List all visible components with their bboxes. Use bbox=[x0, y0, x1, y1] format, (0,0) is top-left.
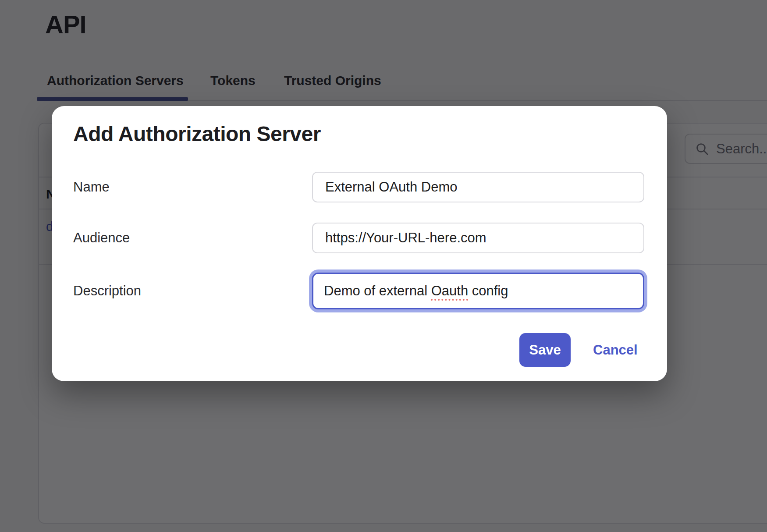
cancel-button[interactable]: Cancel bbox=[593, 333, 638, 367]
name-field-label: Name bbox=[73, 179, 110, 195]
name-input[interactable] bbox=[312, 172, 644, 202]
app-root: API Authorization Servers Tokens Trusted… bbox=[0, 0, 767, 532]
description-text-before: Demo of external bbox=[324, 283, 431, 299]
audience-input[interactable] bbox=[312, 223, 644, 253]
description-text-after: config bbox=[468, 283, 508, 299]
description-input[interactable]: Demo of external Oauth config bbox=[312, 273, 644, 309]
description-field-label: Description bbox=[73, 283, 141, 299]
audience-field-label: Audience bbox=[73, 230, 130, 246]
description-text-misspelled: Oauth bbox=[431, 283, 468, 299]
save-button[interactable]: Save bbox=[519, 333, 571, 367]
add-authorization-server-modal: Add Authorization Server Name Audience D… bbox=[52, 106, 667, 381]
modal-title: Add Authorization Server bbox=[73, 122, 321, 146]
